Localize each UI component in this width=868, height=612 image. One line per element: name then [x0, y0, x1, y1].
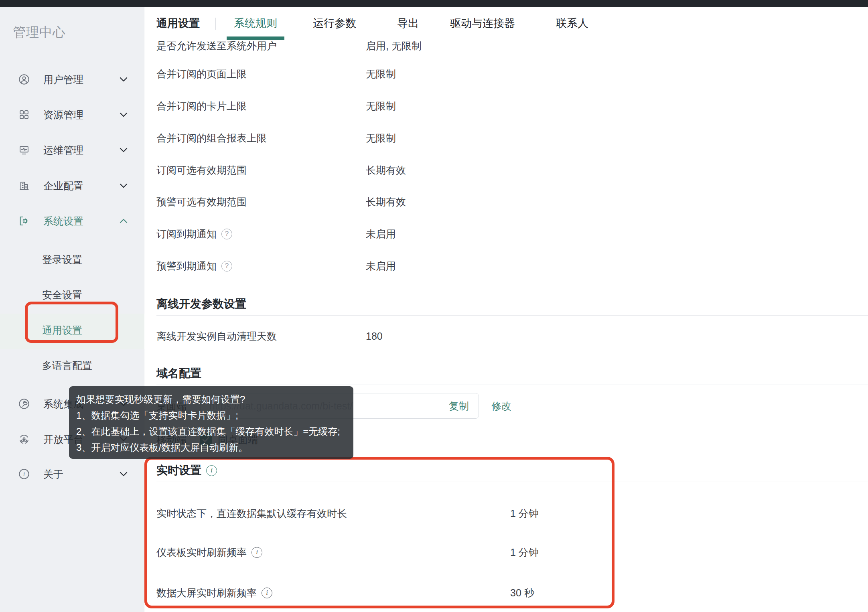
setting-row: 合并订阅的组合报表上限 无限制 [144, 127, 868, 149]
setting-label: 预警到期通知? [156, 255, 232, 277]
sidebar: 管理中心 用户管理 资源管理 运维管理 [0, 7, 144, 612]
section-offline-dev-params: 离线开发参数设置 [156, 293, 868, 316]
sidebar-item-ops-management[interactable]: 运维管理 [0, 139, 144, 161]
sidebar-item-about[interactable]: i 关于 [0, 463, 144, 485]
chevron-down-icon [120, 472, 128, 476]
section-title: 实时设置 [156, 463, 201, 478]
section-realtime-settings: 实时设置 i [156, 459, 868, 482]
setting-label: 合并订阅的页面上限 [156, 63, 247, 85]
tab-divider [215, 18, 216, 30]
setting-value: 无限制 [366, 63, 396, 85]
setting-value: 未启用 [366, 223, 396, 245]
user-icon [18, 74, 30, 85]
setting-row: 实时状态下，直连数据集默认缓存有效时长 1 分钟 [144, 502, 868, 525]
info-icon[interactable]: i [251, 547, 262, 558]
sidebar-title: 管理中心 [13, 24, 66, 41]
chevron-down-icon [120, 183, 128, 188]
settings-tab-bar: 通用设置 系统规则 运行参数 导出 驱动与连接器 联系人 [144, 7, 868, 40]
tab-export[interactable]: 导出 [397, 7, 419, 40]
setting-row: 预警可选有效期范围 长期有效 [144, 190, 868, 213]
section-title: 域名配置 [156, 366, 201, 381]
sidebar-item-label: 关于 [43, 468, 63, 481]
setting-value: 30 秒 [510, 582, 534, 604]
setting-value: 无限制 [366, 127, 396, 149]
setting-row: 订阅到期通知? 未启用 [144, 223, 868, 245]
setting-row: 仪表板实时刷新频率i 1 分钟 [144, 541, 868, 563]
tab-drivers-connectors[interactable]: 驱动与连接器 [450, 7, 515, 40]
info-icon[interactable]: i [206, 465, 217, 476]
setting-value: 1 分钟 [510, 541, 539, 563]
admin-center-page: 管理中心 用户管理 资源管理 运维管理 [0, 0, 868, 612]
setting-row: 预警到期通知? 未启用 [144, 255, 868, 277]
chevron-down-icon [120, 112, 128, 117]
svg-text:i: i [23, 471, 25, 477]
sidebar-subitem-general-settings[interactable]: 通用设置 [0, 319, 144, 341]
setting-row: 离线开发实例自动清理天数 180 [144, 325, 868, 347]
tab-system-rules[interactable]: 系统规则 [234, 7, 277, 40]
sidebar-item-label: 资源管理 [43, 108, 83, 122]
setting-row: 订阅可选有效期范围 长期有效 [144, 159, 868, 181]
realtime-help-tooltip: 如果想要实现秒级更新，需要如何设置? 1、数据集勾选「支持实时卡片数据」; 2、… [69, 386, 353, 459]
sidebar-item-system-settings[interactable]: 系统设置 [0, 210, 144, 232]
setting-value: 1 分钟 [510, 502, 539, 525]
sidebar-item-enterprise-config[interactable]: 企业配置 [0, 174, 144, 197]
setting-value: 无限制 [366, 95, 396, 117]
setting-value: 长期有效 [366, 190, 406, 213]
tab-general-settings[interactable]: 通用设置 [156, 7, 200, 40]
sidebar-subitem-security-settings[interactable]: 安全设置 [0, 284, 144, 306]
monitor-icon [18, 144, 30, 156]
sidebar-item-label: 运维管理 [43, 144, 83, 157]
section-domain-config: 域名配置 [156, 362, 868, 385]
sidebar-item-label: 企业配置 [43, 179, 83, 193]
chevron-down-icon [120, 77, 128, 82]
setting-row: 数据大屏实时刷新频率i 30 秒 [144, 582, 868, 604]
setting-label: 实时状态下，直连数据集默认缓存有效时长 [156, 502, 347, 525]
setting-label: 订阅到期通知? [156, 223, 232, 245]
setting-label: 合并订阅的组合报表上限 [156, 127, 267, 149]
modify-link[interactable]: 修改 [491, 393, 511, 419]
section-title: 离线开发参数设置 [156, 296, 246, 312]
tooltip-line: 2、在此基础上，设置该直连数据集「缓存有效时长」=无缓存; [76, 424, 353, 440]
tooltip-line: 1、数据集勾选「支持实时卡片数据」; [76, 407, 353, 424]
tooltip-line: 如果想要实现秒级更新，需要如何设置? [76, 391, 353, 407]
top-dark-bar [0, 0, 868, 7]
tab-contacts[interactable]: 联系人 [556, 7, 588, 40]
sidebar-item-user-management[interactable]: 用户管理 [0, 68, 144, 91]
sidebar-subitem-login-settings[interactable]: 登录设置 [0, 248, 144, 271]
setting-value: 长期有效 [366, 159, 406, 181]
chevron-up-icon [120, 219, 128, 223]
sidebar-item-resource-management[interactable]: 资源管理 [0, 103, 144, 126]
help-icon[interactable]: ? [221, 261, 232, 272]
setting-label: 订阅可选有效期范围 [156, 159, 247, 181]
building-icon [18, 180, 30, 191]
setting-label: 仪表板实时刷新频率i [156, 541, 262, 563]
sidebar-item-label: 用户管理 [43, 73, 83, 86]
sidebar-subitem-multilanguage-config[interactable]: 多语言配置 [0, 354, 144, 377]
help-icon[interactable]: ? [221, 229, 232, 239]
setting-label: 预警可选有效期范围 [156, 190, 247, 213]
tab-runtime-params[interactable]: 运行参数 [313, 7, 356, 40]
setting-label: 离线开发实例自动清理天数 [156, 325, 277, 347]
chevron-down-icon [120, 148, 128, 152]
sidebar-item-label: 系统设置 [43, 215, 83, 228]
grid-icon [18, 109, 30, 120]
setting-label: 数据大屏实时刷新频率i [156, 582, 272, 604]
tooltip-line: 3、开启对应仪表板/数据大屏自动刷新。 [76, 440, 353, 456]
setting-label: 合并订阅的卡片上限 [156, 95, 247, 117]
setting-row: 合并订阅的卡片上限 无限制 [144, 95, 868, 117]
setting-value: 未启用 [366, 255, 396, 277]
open-platform-icon [18, 434, 30, 445]
wrench-icon [18, 398, 30, 409]
setting-row: 合并订阅的页面上限 无限制 [144, 63, 868, 85]
info-circle-icon: i [18, 468, 30, 480]
info-icon[interactable]: i [262, 588, 272, 598]
gear-icon [18, 215, 30, 227]
setting-value: 180 [366, 325, 383, 347]
copy-link[interactable]: 复制 [444, 399, 479, 413]
